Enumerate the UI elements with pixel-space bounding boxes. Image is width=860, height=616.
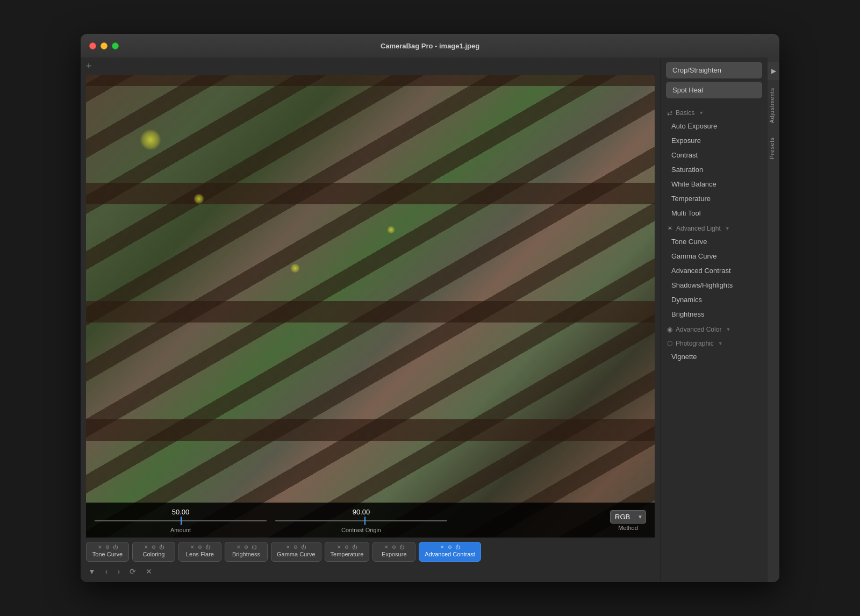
filter-chip-label: Brightness bbox=[232, 551, 260, 558]
filter-chip-label: Lens Flare bbox=[186, 551, 214, 558]
panel-btn-spot-heal[interactable]: Spot Heal bbox=[666, 82, 762, 98]
bokeh-4 bbox=[387, 226, 395, 234]
section-header-advanced-color[interactable]: ◉Advanced Color▼ bbox=[661, 321, 768, 335]
section-icon-advanced-color: ◉ bbox=[667, 326, 672, 333]
bokeh-1 bbox=[140, 129, 161, 151]
canvas-area: + 50.00 bbox=[81, 58, 660, 582]
nav-prev-button[interactable]: ‹ bbox=[103, 566, 110, 577]
panel-expand-button[interactable]: ▶ bbox=[768, 62, 779, 80]
section-title-photographic: Photographic bbox=[676, 340, 714, 347]
amount-thumb[interactable] bbox=[181, 517, 182, 525]
bottom-nav: ▼ ‹ › ⟳ ✕ bbox=[86, 565, 655, 578]
menu-item-advanced-contrast[interactable]: Advanced Contrast bbox=[661, 263, 768, 278]
filter-chip-label: Tone Curve bbox=[92, 551, 123, 558]
bokeh-3 bbox=[290, 263, 300, 273]
bokeh-2 bbox=[194, 194, 204, 204]
filter-chip-icons: ✕⚙⏻ bbox=[98, 545, 118, 550]
filter-chip-icons: ✕⚙⏻ bbox=[236, 545, 256, 550]
filter-chip-tone-curve[interactable]: ✕⚙⏻Tone Curve bbox=[86, 542, 129, 562]
tab-presets[interactable]: Presets bbox=[768, 131, 779, 166]
filter-chip-advanced-contrast[interactable]: ✕⚙⏻Advanced Contrast bbox=[419, 542, 481, 562]
section-arrow-advanced-color: ▼ bbox=[726, 327, 730, 332]
menu-item-white-balance[interactable]: White Balance bbox=[661, 177, 768, 191]
filter-chip-lens-flare[interactable]: ✕⚙⏻Lens Flare bbox=[178, 542, 221, 562]
image-overlay bbox=[86, 75, 655, 538]
amount-track bbox=[95, 520, 267, 521]
filter-chip-icons: ✕⚙⏻ bbox=[384, 545, 404, 550]
minimize-button[interactable] bbox=[101, 42, 108, 49]
filter-chip-exposure[interactable]: ✕⚙⏻Exposure bbox=[372, 542, 415, 562]
filter-chip-label: Temperature bbox=[331, 551, 364, 558]
section-icon-basics: ⇄ bbox=[667, 109, 672, 117]
menu-item-contrast[interactable]: Contrast bbox=[661, 148, 768, 162]
menu-item-exposure[interactable]: Exposure bbox=[661, 133, 768, 148]
section-icon-photographic: ⬡ bbox=[667, 340, 672, 347]
close-button[interactable] bbox=[89, 42, 96, 49]
contrast-origin-label: Contrast Origin bbox=[341, 527, 381, 533]
amount-control: 50.00 Amount bbox=[95, 508, 267, 533]
traffic-lights bbox=[89, 42, 119, 49]
filter-chip-brightness[interactable]: ✕⚙⏻Brightness bbox=[225, 542, 268, 562]
filter-chip-icons: ✕⚙⏻ bbox=[144, 545, 164, 550]
title-bar: CameraBag Pro - image1.jpeg bbox=[81, 34, 779, 58]
image-container: 50.00 Amount 90.00 bbox=[86, 75, 655, 538]
method-dropdown-wrapper[interactable]: RGB Luma ▼ bbox=[610, 510, 646, 524]
menu-item-tone-curve[interactable]: Tone Curve bbox=[661, 234, 768, 249]
image-controls: 50.00 Amount 90.00 bbox=[86, 503, 655, 538]
section-arrow-basics: ▼ bbox=[699, 110, 704, 116]
method-group: RGB Luma ▼ Method bbox=[610, 510, 646, 531]
section-title-basics: Basics bbox=[676, 109, 694, 117]
method-control: RGB Luma ▼ Method bbox=[610, 510, 646, 531]
contrast-origin-thumb[interactable] bbox=[364, 517, 366, 525]
filter-chip-label: Advanced Contrast bbox=[425, 551, 475, 558]
filter-chip-temperature[interactable]: ✕⚙⏻Temperature bbox=[325, 542, 370, 562]
filter-chip-icons: ✕⚙⏻ bbox=[440, 545, 460, 550]
contrast-origin-value: 90.00 bbox=[353, 508, 370, 516]
contrast-origin-track bbox=[275, 520, 447, 521]
amount-slider[interactable] bbox=[95, 516, 267, 526]
section-arrow-photographic: ▼ bbox=[718, 341, 723, 346]
menu-item-saturation[interactable]: Saturation bbox=[661, 162, 768, 177]
menu-item-gamma-curve[interactable]: Gamma Curve bbox=[661, 249, 768, 263]
tab-adjustments[interactable]: Adjustments bbox=[768, 81, 779, 130]
maximize-button[interactable] bbox=[112, 42, 119, 49]
panel-top-buttons: Crop/StraightenSpot Heal bbox=[661, 58, 768, 103]
menu-item-shadows-highlights[interactable]: Shadows/Highlights bbox=[661, 278, 768, 292]
menu-item-temperature[interactable]: Temperature bbox=[661, 191, 768, 206]
nav-next-button[interactable]: › bbox=[116, 566, 123, 577]
menu-item-multi-tool[interactable]: Multi Tool bbox=[661, 206, 768, 220]
nav-down-button[interactable]: ▼ bbox=[86, 566, 98, 577]
filter-chip-gamma-curve[interactable]: ✕⚙⏻Gamma Curve bbox=[271, 542, 321, 562]
section-header-advanced-light[interactable]: ☀Advanced Light▼ bbox=[661, 220, 768, 234]
filter-chip-coloring[interactable]: ✕⚙⏻Coloring bbox=[132, 542, 175, 562]
menu-item-brightness[interactable]: Brightness bbox=[661, 307, 768, 321]
method-select[interactable]: RGB Luma bbox=[610, 510, 646, 524]
nav-close-button[interactable]: ✕ bbox=[144, 566, 154, 577]
side-tabs-container: ▶ Adjustments Presets bbox=[768, 58, 779, 582]
section-header-photographic[interactable]: ⬡Photographic▼ bbox=[661, 335, 768, 349]
application-window: CameraBag Pro - image1.jpeg + bbox=[81, 34, 779, 582]
filter-chip-icons: ✕⚙⏻ bbox=[337, 545, 357, 550]
section-title-advanced-color: Advanced Color bbox=[676, 326, 721, 333]
contrast-origin-slider[interactable] bbox=[275, 516, 447, 526]
section-header-basics[interactable]: ⇄Basics▼ bbox=[661, 105, 768, 119]
panel-btn-crop-straighten[interactable]: Crop/Straighten bbox=[666, 62, 762, 78]
canvas-toolbar: + bbox=[81, 58, 660, 75]
filter-chip-label: Gamma Curve bbox=[277, 551, 316, 558]
menu-item-auto-exposure[interactable]: Auto Exposure bbox=[661, 119, 768, 133]
amount-label: Amount bbox=[170, 527, 191, 533]
method-label: Method bbox=[618, 525, 638, 531]
nav-reset-button[interactable]: ⟳ bbox=[127, 566, 138, 577]
filter-chip-icons: ✕⚙⏻ bbox=[286, 545, 306, 550]
menu-item-vignette[interactable]: Vignette bbox=[661, 349, 768, 364]
right-panel-wrapper: Crop/StraightenSpot Heal ⇄Basics▼Auto Ex… bbox=[660, 58, 779, 582]
menu-item-dynamics[interactable]: Dynamics bbox=[661, 292, 768, 307]
filter-chip-label: Exposure bbox=[382, 551, 406, 558]
filter-strips: ✕⚙⏻Tone Curve✕⚙⏻Coloring✕⚙⏻Lens Flare✕⚙⏻… bbox=[86, 542, 655, 562]
panel-scroll[interactable]: ⇄Basics▼Auto ExposureExposureContrastSat… bbox=[661, 103, 768, 582]
amount-value: 50.00 bbox=[172, 508, 190, 516]
window-title: CameraBag Pro - image1.jpeg bbox=[381, 42, 479, 50]
add-icon[interactable]: + bbox=[86, 61, 92, 72]
filter-chip-icons: ✕⚙⏻ bbox=[190, 545, 210, 550]
right-panel: Crop/StraightenSpot Heal ⇄Basics▼Auto Ex… bbox=[660, 58, 768, 582]
